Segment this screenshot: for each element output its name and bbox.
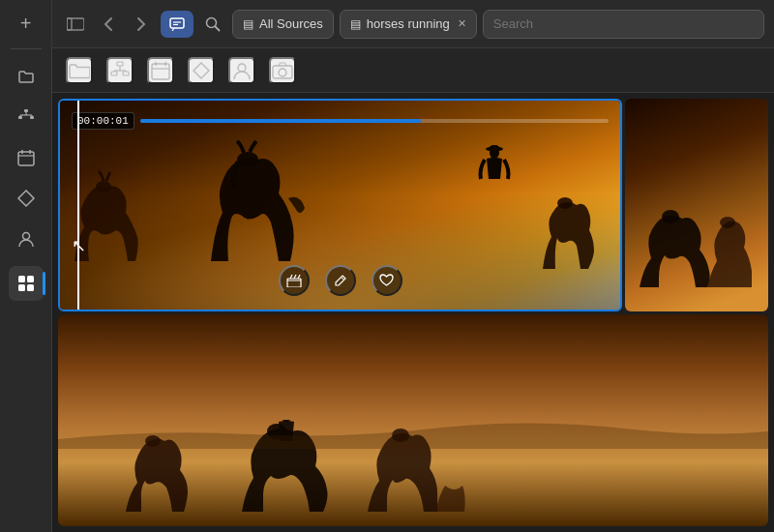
- forward-icon: [136, 16, 146, 32]
- svg-point-11: [22, 233, 29, 240]
- svg-rect-30: [152, 64, 169, 79]
- horses-tab[interactable]: ▤ horses running ✕: [340, 10, 477, 39]
- rider-silhouette: [475, 145, 514, 203]
- favorite-button[interactable]: [372, 265, 402, 296]
- search-input[interactable]: [483, 10, 764, 39]
- sidebar-tag-button[interactable]: [9, 181, 44, 216]
- chat-icon: [169, 17, 185, 31]
- heart-icon: [379, 274, 394, 287]
- svg-rect-23: [117, 62, 123, 66]
- add-button[interactable]: +: [11, 8, 42, 39]
- hierarchy-icon: [16, 107, 36, 127]
- toolbar-person-icon: [232, 61, 252, 80]
- svg-point-45: [720, 217, 735, 228]
- toolbar-tag-icon: [193, 62, 210, 79]
- horse-main-silhouette: [203, 140, 310, 266]
- clapper-button[interactable]: [279, 265, 310, 296]
- sidebar-person-button[interactable]: [9, 222, 44, 256]
- sidebar: +: [0, 0, 52, 532]
- svg-rect-2: [30, 116, 34, 119]
- sidebar-top: +: [9, 8, 44, 309]
- scrubber-cursor: ↖: [72, 235, 86, 256]
- side-video-thumbnail: [625, 99, 768, 311]
- topbar: ▤ All Sources ▤ horses running ✕: [52, 0, 774, 48]
- svg-point-38: [237, 152, 258, 167]
- sidebar-grid-button[interactable]: [9, 266, 44, 301]
- forward-button[interactable]: [128, 11, 155, 38]
- svg-rect-7: [18, 152, 34, 165]
- horizon-line: [58, 410, 768, 449]
- toolbar-folder-icon: [69, 62, 90, 79]
- tag-icon: [16, 189, 36, 208]
- svg-point-41: [557, 197, 573, 209]
- svg-point-34: [238, 64, 246, 72]
- toolbar: [52, 48, 774, 93]
- sidebar-toggle-icon: [67, 17, 84, 31]
- svg-rect-14: [18, 284, 25, 291]
- horses-tab-icon: ▤: [350, 17, 361, 31]
- timecode-display: 00:00:01: [72, 112, 134, 130]
- svg-rect-17: [67, 18, 84, 30]
- calendar-icon: [16, 148, 36, 167]
- folder-icon: [16, 67, 36, 86]
- progress-fill: [140, 119, 422, 123]
- sidebar-toggle-button[interactable]: [62, 11, 89, 38]
- back-button[interactable]: [95, 11, 122, 38]
- svg-rect-18: [170, 18, 184, 28]
- edit-icon: [334, 274, 347, 287]
- side-video-card[interactable]: [625, 99, 768, 311]
- toolbar-person-button[interactable]: [228, 57, 255, 84]
- svg-rect-1: [18, 116, 22, 119]
- svg-line-22: [216, 26, 220, 30]
- toolbar-calendar-button[interactable]: [147, 57, 174, 84]
- horses-tab-label: horses running: [367, 16, 450, 31]
- clapper-icon: [286, 274, 302, 287]
- scrubber-line: [77, 101, 79, 310]
- chat-button[interactable]: [161, 11, 194, 38]
- search-icon: [205, 16, 221, 32]
- all-sources-icon: ▤: [243, 17, 253, 31]
- search-toggle-button[interactable]: [199, 11, 226, 38]
- horses-tab-close[interactable]: ✕: [458, 17, 466, 30]
- svg-point-36: [279, 69, 286, 76]
- svg-line-43: [341, 277, 343, 280]
- edit-button[interactable]: [325, 265, 356, 296]
- sidebar-divider: [11, 48, 42, 49]
- svg-rect-13: [27, 276, 34, 282]
- svg-rect-0: [24, 109, 28, 112]
- sidebar-hierarchy-button[interactable]: [9, 100, 44, 134]
- toolbar-folder-button[interactable]: [66, 57, 93, 84]
- toolbar-camera-icon: [272, 62, 293, 79]
- progress-track[interactable]: [140, 119, 609, 123]
- grid-icon: [16, 274, 36, 293]
- svg-rect-25: [123, 72, 129, 75]
- toolbar-camera-button[interactable]: [269, 57, 296, 84]
- sidebar-calendar-button[interactable]: [9, 140, 44, 175]
- person-icon: [16, 229, 36, 249]
- toolbar-tag-button[interactable]: [188, 57, 215, 84]
- progress-bar-area: 00:00:01: [72, 112, 609, 130]
- back-icon: [104, 16, 113, 32]
- main-video-card[interactable]: 00:00:01 ↖: [58, 99, 622, 311]
- bottom-video-thumbnail: [58, 314, 768, 527]
- svg-rect-12: [18, 276, 25, 282]
- svg-rect-15: [27, 284, 34, 291]
- toolbar-hierarchy-icon: [110, 61, 130, 80]
- side-horses-silhouette: [630, 205, 756, 292]
- horse-right-silhouette: [538, 193, 596, 271]
- content-area: 00:00:01 ↖: [52, 93, 774, 532]
- all-sources-label: All Sources: [259, 16, 323, 31]
- svg-point-37: [96, 181, 111, 192]
- svg-rect-42: [287, 279, 301, 287]
- all-sources-tab[interactable]: ▤ All Sources: [232, 10, 334, 39]
- video-action-icons: [279, 265, 402, 296]
- toolbar-calendar-icon: [151, 61, 170, 80]
- sidebar-files-button[interactable]: [9, 59, 44, 94]
- svg-rect-24: [111, 72, 117, 75]
- main-area: ▤ All Sources ▤ horses running ✕: [52, 0, 774, 532]
- svg-point-44: [662, 210, 679, 223]
- toolbar-hierarchy-button[interactable]: [106, 57, 134, 84]
- bottom-video-card[interactable]: [58, 314, 768, 527]
